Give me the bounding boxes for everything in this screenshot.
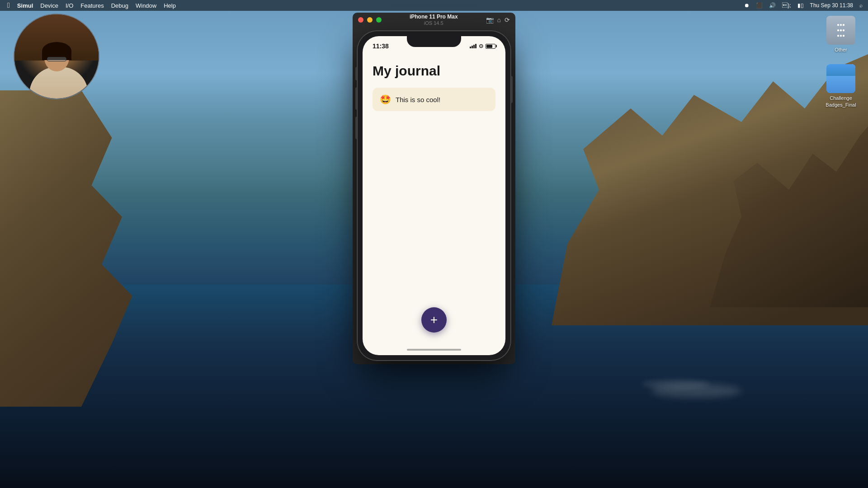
battery-fill (486, 45, 492, 48)
titlebar-icons: 📷 ⌂ ⟳ (486, 16, 510, 23)
app-name-menu[interactable]: Simul (14, 0, 37, 11)
volume-up-button[interactable] (355, 87, 357, 110)
minimize-button[interactable] (367, 17, 373, 23)
other-folder-label: Other (835, 47, 847, 53)
battery-status-icon (486, 44, 495, 49)
window-menu[interactable]: Window (132, 0, 160, 11)
features-menu[interactable]: Features (77, 0, 107, 11)
wave-foam-2 (642, 380, 710, 389)
wifi-icon[interactable]: ); (780, 2, 793, 9)
rotate-icon[interactable]: ⟳ (505, 16, 510, 23)
signal-bar-1 (470, 47, 471, 48)
volume-icon[interactable]: 🔊 (767, 2, 778, 9)
journal-entry-card[interactable]: 🤩 This is so cool! (373, 88, 495, 111)
screen-record-icon[interactable]: ⏺ (742, 2, 751, 9)
status-icons: ⊙ (470, 43, 495, 49)
menubar-right: ⏺ ⬛ 🔊 ); ▮▯ Thu Sep 30 11:38 ⌕ (742, 2, 864, 9)
airplay-icon[interactable]: ⬛ (754, 2, 764, 9)
screenshot-icon[interactable]: 📷 (486, 16, 494, 23)
iphone-frame: 11:38 ⊙ (357, 31, 511, 361)
apple-menu[interactable]:  (4, 0, 14, 11)
power-button[interactable] (511, 76, 513, 103)
window-title-name: iPhone 11 Pro Max (410, 14, 458, 20)
signal-bar-3 (473, 45, 475, 48)
other-folder-icon[interactable]: ●●●●●●●●● Other (823, 16, 859, 53)
wifi-status-icon: ⊙ (479, 43, 483, 49)
journal-title: My journal (373, 63, 495, 79)
window-title: iPhone 11 Pro Max iOS 14.5 (385, 14, 482, 26)
status-time: 11:38 (373, 42, 389, 50)
journal-entry-text: This is so cool! (396, 96, 440, 103)
debug-menu[interactable]: Debug (108, 0, 132, 11)
person-silhouette (29, 44, 84, 99)
person-body (29, 67, 88, 99)
volume-down-button[interactable] (355, 117, 357, 139)
battery-tip (496, 45, 497, 47)
challenge-badges-icon[interactable]: Challenge Badges_Final (823, 64, 859, 108)
person-head (44, 44, 69, 71)
io-menu[interactable]: I/O (62, 0, 77, 11)
help-menu[interactable]: Help (160, 0, 179, 11)
close-button[interactable] (358, 17, 363, 23)
iphone-notch (407, 36, 461, 47)
camera-feed (14, 14, 99, 99)
challenge-folder-label: Challenge Badges_Final (823, 95, 859, 108)
desktop-icons: ●●●●●●●●● Other Challenge Badges_Final (823, 16, 859, 108)
add-entry-button[interactable]: + (421, 307, 447, 333)
maximize-button[interactable] (376, 17, 382, 23)
battery-menu-icon[interactable]: ▮▯ (796, 2, 806, 9)
signal-bar-4 (475, 44, 476, 48)
journal-entry-emoji: 🤩 (380, 94, 391, 105)
iphone-screen: 11:38 ⊙ (363, 36, 505, 355)
simulator-body: 11:38 ⊙ (353, 27, 515, 364)
other-folder-image: ●●●●●●●●● (826, 16, 855, 45)
simulator-window: iPhone 11 Pro Max iOS 14.5 📷 ⌂ ⟳ 11:38 (353, 13, 515, 364)
menubar-left:  Simul Device I/O Features Debug Window… (4, 0, 742, 11)
search-icon[interactable]: ⌕ (858, 2, 864, 9)
home-icon[interactable]: ⌂ (497, 16, 501, 23)
camera-overlay (14, 14, 99, 99)
window-titlebar: iPhone 11 Pro Max iOS 14.5 📷 ⌂ ⟳ (353, 13, 515, 27)
add-icon: + (430, 313, 438, 327)
clock-display: Thu Sep 30 11:38 (808, 2, 855, 9)
menubar:  Simul Device I/O Features Debug Window… (0, 0, 868, 11)
signal-icon (470, 44, 476, 48)
silent-switch[interactable] (355, 67, 357, 80)
window-title-sub: iOS 14.5 (424, 20, 443, 26)
app-content: My journal 🤩 This is so cool! (363, 50, 505, 120)
device-menu[interactable]: Device (37, 0, 62, 11)
home-indicator[interactable] (407, 349, 461, 351)
signal-bar-2 (472, 46, 473, 48)
challenge-folder-image (826, 64, 855, 93)
